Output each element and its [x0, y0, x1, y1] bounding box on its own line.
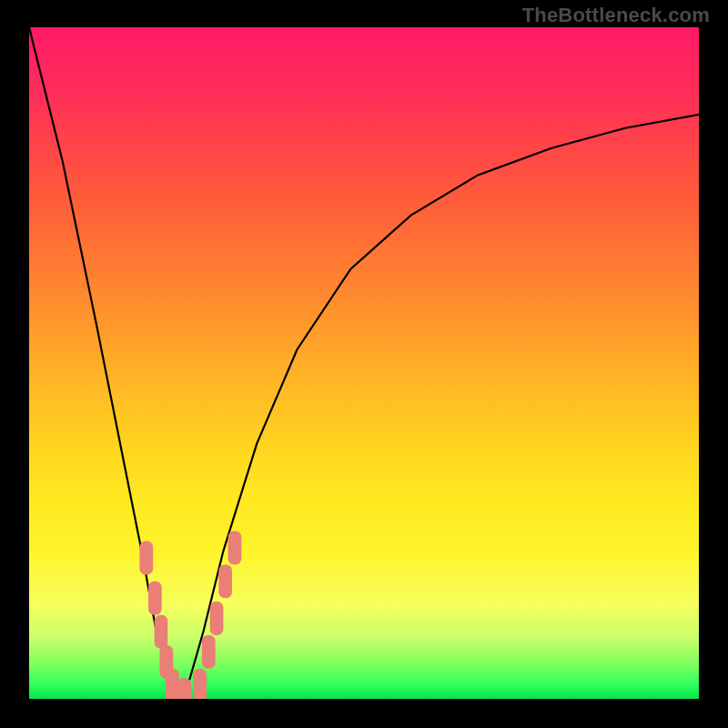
marker-point — [177, 678, 191, 699]
marker-point — [210, 602, 224, 635]
marker-point — [218, 564, 232, 598]
watermark-text: TheBottleneck.com — [522, 4, 710, 27]
plot-area — [29, 27, 699, 699]
bottleneck-curve — [29, 27, 699, 699]
marker-point — [139, 541, 153, 575]
marker-point — [193, 669, 207, 699]
marker-point — [228, 531, 242, 565]
curve-svg — [29, 27, 699, 699]
marker-point — [166, 669, 179, 699]
marker-point — [148, 581, 162, 615]
marker-point — [155, 615, 168, 649]
marker-point — [202, 635, 216, 669]
chart-frame: TheBottleneck.com — [0, 0, 728, 728]
